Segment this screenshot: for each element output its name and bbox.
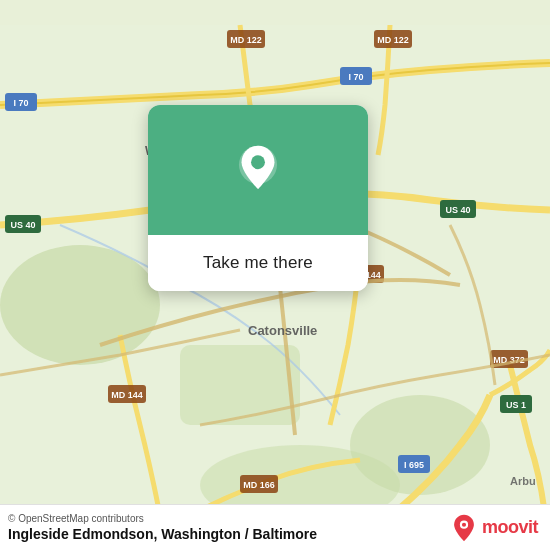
svg-text:I 70: I 70 — [348, 72, 363, 82]
svg-point-33 — [251, 155, 265, 169]
bottom-left-info: © OpenStreetMap contributors Ingleside E… — [8, 513, 317, 542]
svg-point-1 — [0, 245, 160, 365]
svg-text:I 695: I 695 — [404, 460, 424, 470]
take-me-there-button[interactable]: Take me there — [148, 235, 368, 291]
svg-text:MD 166: MD 166 — [243, 480, 275, 490]
svg-text:MD 122: MD 122 — [230, 35, 262, 45]
moovit-pin-icon — [450, 514, 478, 542]
map-container: I 70 I 70 US 40 US 40 MD 122 MD 122 MD 1… — [0, 0, 550, 550]
svg-text:US 40: US 40 — [445, 205, 470, 215]
location-card: Take me there — [148, 105, 368, 291]
svg-rect-3 — [180, 345, 300, 425]
location-pin-icon — [232, 144, 284, 196]
moovit-brand-text: moovit — [482, 517, 538, 538]
openstreetmap-credit: © OpenStreetMap contributors — [8, 513, 317, 524]
svg-text:MD 122: MD 122 — [377, 35, 409, 45]
svg-text:Arbu: Arbu — [510, 475, 536, 487]
svg-point-35 — [462, 522, 466, 526]
location-name: Ingleside Edmondson, Washington / Baltim… — [8, 526, 317, 542]
svg-text:US 1: US 1 — [506, 400, 526, 410]
svg-text:MD 144: MD 144 — [111, 390, 143, 400]
svg-text:Catonsville: Catonsville — [248, 323, 317, 338]
bottom-bar: © OpenStreetMap contributors Ingleside E… — [0, 504, 550, 550]
svg-text:I 70: I 70 — [13, 98, 28, 108]
card-map-area — [148, 105, 368, 235]
moovit-logo: moovit — [450, 514, 538, 542]
svg-text:US 40: US 40 — [10, 220, 35, 230]
